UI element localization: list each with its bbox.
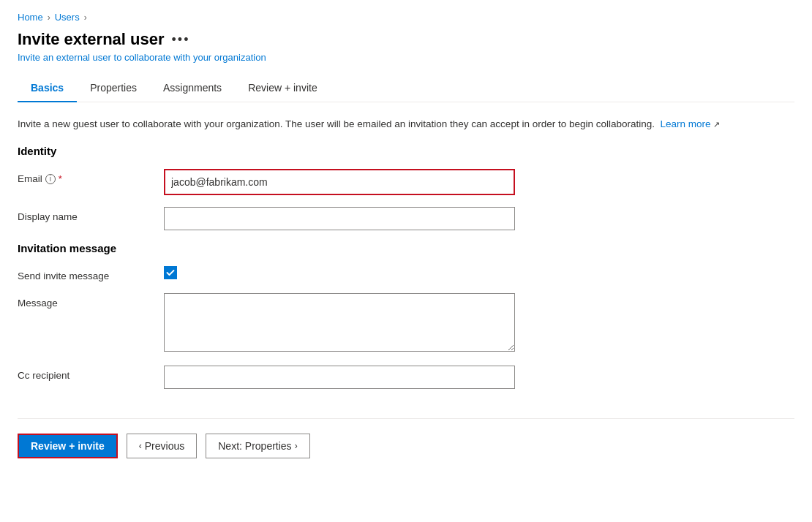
review-invite-button[interactable]: Review + invite xyxy=(18,434,118,458)
breadcrumb: Home › Users › xyxy=(18,12,794,23)
breadcrumb-sep1: › xyxy=(48,12,50,23)
breadcrumb-sep2: › xyxy=(84,12,87,23)
chevron-left-icon: ‹ xyxy=(139,441,142,451)
page-title-row: Invite external user ••• xyxy=(18,30,794,49)
email-row: Email i * xyxy=(18,169,794,195)
cc-recipient-row: Cc recipient xyxy=(18,366,794,389)
invitation-section: Invitation message Send invite message M… xyxy=(18,242,794,389)
breadcrumb-home[interactable]: Home xyxy=(18,12,43,23)
invitation-heading: Invitation message xyxy=(18,242,794,254)
info-text: Invite a new guest user to collaborate w… xyxy=(18,117,794,132)
send-invite-row: Send invite message xyxy=(18,266,794,281)
tab-assignments[interactable]: Assignments xyxy=(150,75,235,102)
cc-recipient-label: Cc recipient xyxy=(18,366,164,381)
display-name-control xyxy=(164,207,515,230)
email-input[interactable] xyxy=(165,170,514,194)
identity-heading: Identity xyxy=(18,145,794,157)
display-name-label: Display name xyxy=(18,207,164,222)
send-invite-label: Send invite message xyxy=(18,266,164,281)
email-label: Email i * xyxy=(18,169,164,184)
breadcrumb-users[interactable]: Users xyxy=(55,12,80,23)
footer-bar: Review + invite ‹ Previous Next: Propert… xyxy=(18,418,794,466)
page-title: Invite external user xyxy=(18,30,165,49)
learn-more-link[interactable]: Learn more xyxy=(661,118,711,129)
chevron-right-icon: › xyxy=(295,441,298,451)
checkbox-check-icon xyxy=(166,268,175,277)
display-name-input[interactable] xyxy=(164,207,515,230)
external-link-icon: ↗ xyxy=(713,120,720,129)
message-row: Message xyxy=(18,293,794,354)
tab-review-invite[interactable]: Review + invite xyxy=(235,75,331,102)
display-name-row: Display name xyxy=(18,207,794,230)
message-textarea[interactable] xyxy=(164,293,515,352)
more-options-icon[interactable]: ••• xyxy=(172,33,190,46)
cc-recipient-control xyxy=(164,366,515,389)
page-subtitle: Invite an external user to collaborate w… xyxy=(18,52,794,63)
email-info-icon[interactable]: i xyxy=(45,174,56,184)
previous-button[interactable]: ‹ Previous xyxy=(127,434,197,458)
tab-properties[interactable]: Properties xyxy=(77,75,150,102)
email-input-wrapper xyxy=(164,169,515,195)
message-control xyxy=(164,293,515,354)
tab-basics[interactable]: Basics xyxy=(18,75,77,102)
send-invite-checkbox-wrapper[interactable] xyxy=(164,266,515,279)
tabs-bar: Basics Properties Assignments Review + i… xyxy=(18,75,794,102)
send-invite-checkbox[interactable] xyxy=(164,266,177,279)
email-required-star: * xyxy=(59,173,62,184)
message-label: Message xyxy=(18,293,164,309)
cc-recipient-input[interactable] xyxy=(164,366,515,389)
send-invite-control xyxy=(164,266,515,279)
next-properties-button[interactable]: Next: Properties › xyxy=(206,434,309,458)
